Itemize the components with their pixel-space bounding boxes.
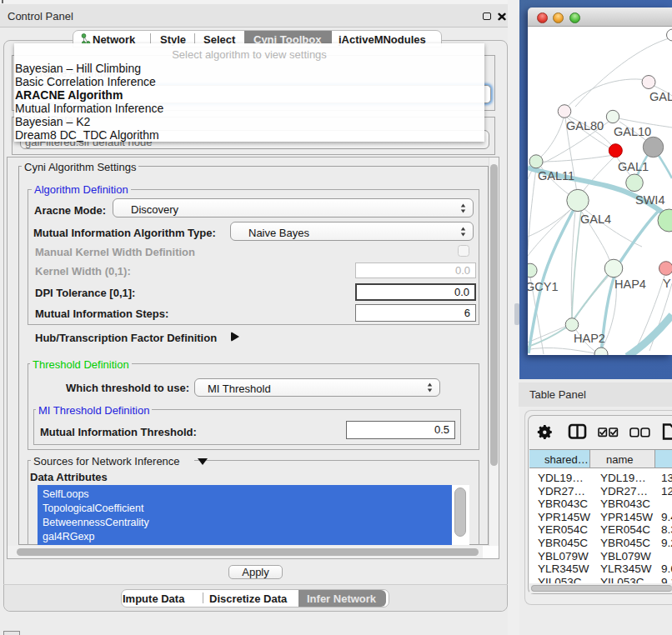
svg-text:GAL1: GAL1 xyxy=(618,160,649,173)
svg-text:GAL80: GAL80 xyxy=(566,119,604,132)
svg-text:GAL11: GAL11 xyxy=(538,169,574,182)
svg-text:Y: Y xyxy=(663,277,671,290)
svg-text:GCY1: GCY1 xyxy=(528,280,559,293)
svg-text:SWI4: SWI4 xyxy=(635,193,664,207)
svg-text:GAL10: GAL10 xyxy=(614,125,651,138)
svg-text:GAL4: GAL4 xyxy=(580,212,611,226)
svg-text:HAP4: HAP4 xyxy=(614,278,646,291)
svg-text:GAL7: GAL7 xyxy=(649,90,672,103)
svg-text:HAP2: HAP2 xyxy=(574,332,605,345)
